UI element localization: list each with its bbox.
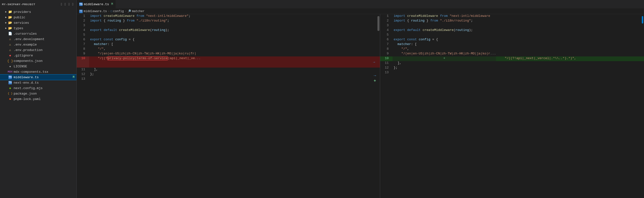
line-content <box>392 33 496 38</box>
table-row: 8 "/", <box>380 47 644 52</box>
sidebar-item-components-json[interactable]: { } components.json <box>0 58 76 64</box>
left-editor-pane: 1 import createMiddleware from "next-int… <box>77 14 380 198</box>
folder-icon: 📂 <box>8 20 12 25</box>
table-row: 13 <box>380 70 644 75</box>
mjs-icon: ◆ <box>8 86 12 90</box>
sidebar-item-env-development[interactable]: ⚠ .env.development <box>0 36 76 42</box>
sidebar-item-next-env[interactable]: TS next-env.d.ts <box>0 80 76 86</box>
right-scroll-thumb[interactable] <box>642 16 643 24</box>
line-content: export const config = { <box>89 38 380 42</box>
line-content: "/", <box>89 47 380 52</box>
collapse-icon[interactable]:  <box>72 2 74 6</box>
sidebar-item-env-example[interactable]: ⚠ .env.example <box>0 42 76 47</box>
new-folder-icon[interactable]:  <box>64 2 67 6</box>
line-number: 5 <box>77 33 89 38</box>
plus-sign: + <box>443 56 445 60</box>
line-content: matcher: [ <box>392 42 496 47</box>
sidebar-item-label: public <box>14 16 76 19</box>
diff-navigation: → + <box>374 74 376 83</box>
sidebar-header-left: MY-SHIPANY-PROJECT <box>2 3 36 6</box>
sidebar-item-next-config[interactable]: ◆ next.config.mjs <box>0 86 76 91</box>
refresh-icon[interactable]:  <box>68 2 70 6</box>
right-code-table: 1 import createMiddleware from "next-int… <box>380 14 644 75</box>
sidebar-item-label: middleware.ts <box>14 76 73 79</box>
sidebar-tree: ► 📁 providers ► 📂 public ► 📂 services ► … <box>0 9 76 198</box>
sidebar-item-label: next-env.d.ts <box>14 81 76 85</box>
sidebar-header-icons:     <box>61 2 74 6</box>
sidebar-item-package-json[interactable]: { } package.json <box>0 91 76 96</box>
new-file-icon[interactable]:  <box>61 2 63 6</box>
line-content: "/(en|en-US|zh|zh-CN|zh-TW|zh-HK|zh-MO|j… <box>89 52 380 56</box>
line-content: import { routing } from "./i18n/routing"… <box>392 19 496 24</box>
line-number: 1 <box>380 14 392 19</box>
line-number: 11 <box>77 68 89 72</box>
file-icon: 📄 <box>8 32 12 36</box>
breadcrumb-config: config <box>113 10 124 13</box>
json-icon: { } <box>8 91 12 96</box>
table-row: 8 "/", <box>77 47 380 52</box>
table-row: 9 "/(en|en-US|zh|zh-CN|zh-TW|zh-HK|zh-MO… <box>77 52 380 56</box>
diff-arrow-right[interactable]: → <box>374 74 376 78</box>
line-number: 9 <box>77 52 89 56</box>
sidebar-item-env-production[interactable]: ⚠ .env.production <box>0 47 76 53</box>
ts-icon: TS <box>8 80 12 85</box>
table-row: 5 <box>380 33 644 38</box>
breadcrumb-file: middleware.ts <box>84 10 107 13</box>
table-row: 6 export const config = { <box>77 38 380 42</box>
diff-add-btn[interactable]: + <box>374 79 376 83</box>
table-row: 1 import createMiddleware from "next-int… <box>77 14 380 19</box>
sidebar-item-types[interactable]: ► 📂 types <box>0 26 76 31</box>
left-scrollbar[interactable] <box>377 14 380 198</box>
line-content <box>89 24 380 28</box>
line-number: 2 <box>380 19 392 24</box>
breadcrumb-bar: TS middleware.ts › □ config › 🔎 matcher <box>77 9 644 14</box>
line-content <box>392 24 496 28</box>
line-number: 2 <box>77 19 89 24</box>
sidebar-item-license[interactable]: ★ LICENSE <box>0 64 76 69</box>
table-row: 10 "/((?privacy-policy|terms-of-service|… <box>77 56 380 68</box>
license-icon: ★ <box>8 64 12 68</box>
line-number: 12 <box>380 66 392 70</box>
sidebar-item-label: .env.example <box>14 43 76 46</box>
sidebar-item-providers[interactable]: ► 📁 providers <box>0 9 76 14</box>
sidebar-item-cursorrules[interactable]: 📄 .cursorrules <box>0 31 76 36</box>
line-content: }; <box>89 72 380 77</box>
tab-middleware-ts[interactable]: TS middleware.ts M <box>77 0 116 8</box>
sidebar-item-gitignore[interactable]: ◆ .gitignore <box>0 53 76 58</box>
sidebar-item-label: LICENSE <box>14 64 76 68</box>
sidebar-item-label: .env.development <box>14 37 76 41</box>
sidebar-item-public[interactable]: ► 📂 public <box>0 14 76 20</box>
table-row: 11 ], <box>380 61 644 66</box>
line-number: 12 <box>77 72 89 77</box>
right-scrollbar[interactable] <box>641 14 644 198</box>
sidebar-item-label: components.json <box>14 59 76 63</box>
sidebar-item-label: .cursorrules <box>14 32 76 36</box>
sidebar-item-mdx-components[interactable]: MDX mdx-components.tsx <box>0 69 76 74</box>
sidebar-item-label: providers <box>14 10 76 14</box>
right-code-container[interactable]: 1 import createMiddleware from "next-int… <box>380 14 644 198</box>
folder-icon: 📂 <box>8 15 12 20</box>
table-row: 2 import { routing } from "./i18n/routin… <box>380 19 644 24</box>
table-row: 7 matcher: [ <box>380 42 644 47</box>
line-content: "/((?!api|_next|_vercel|.*\\..*).*)", <box>496 56 644 61</box>
sidebar-item-services[interactable]: ► 📂 services <box>0 20 76 26</box>
tab-badge: M <box>111 2 113 6</box>
breadcrumb-ts-icon: TS <box>79 10 83 13</box>
left-scroll-thumb[interactable] <box>378 16 380 31</box>
line-content: "/", <box>392 47 496 52</box>
sidebar-item-pnpm-lock[interactable]: ■ pnpm-lock.yaml <box>0 96 76 102</box>
sidebar-item-middleware-ts[interactable]: TS middleware.ts M <box>0 74 76 80</box>
diff-gutter: + <box>392 56 496 61</box>
folder-icon: 📂 <box>8 26 12 30</box>
table-row: 12 }; <box>77 72 380 77</box>
sidebar: MY-SHIPANY-PROJECT     ► 📁 providers… <box>0 0 77 198</box>
table-row: 9 "/(en|en-US|zh|zh-CN|zh-TW|zh-HK|zh-MO… <box>380 52 644 56</box>
left-code-container[interactable]: 1 import createMiddleware from "next-int… <box>77 14 380 198</box>
line-number: 7 <box>380 42 392 47</box>
diff-arrow-icon[interactable]: → <box>373 60 375 64</box>
sidebar-item-label: .env.production <box>14 48 76 52</box>
table-row: 12 }; <box>380 66 644 70</box>
table-row: 4 export default createMiddleware(routin… <box>380 28 644 33</box>
env-icon: ⚠ <box>8 48 12 52</box>
table-row: 3 <box>380 24 644 28</box>
